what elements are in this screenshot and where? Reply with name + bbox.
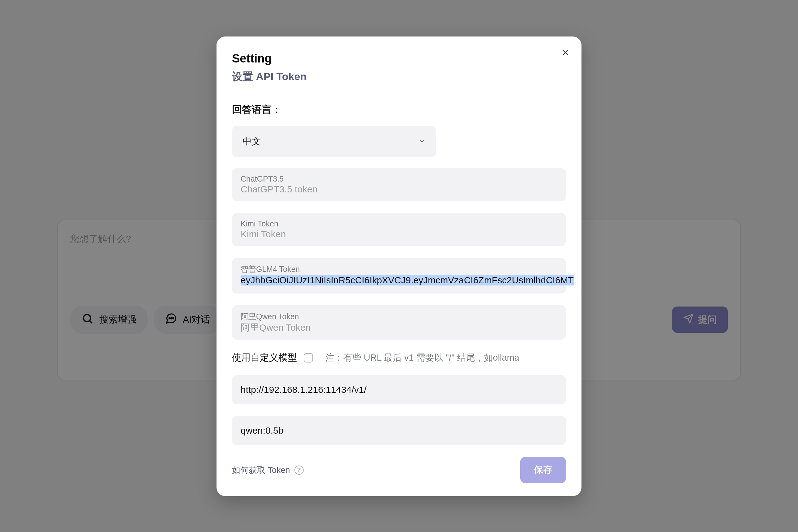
- qwen-token-field[interactable]: 阿里Qwen Token: [232, 305, 566, 340]
- custom-url-input[interactable]: [241, 384, 557, 395]
- field-label: Kimi Token: [241, 219, 557, 228]
- field-label: 阿里Qwen Token: [241, 311, 557, 322]
- modal-subtitle: 设置 API Token: [232, 70, 566, 84]
- save-button[interactable]: 保存: [520, 457, 566, 483]
- qwen-token-input[interactable]: [241, 322, 557, 333]
- custom-model-hint: 注：有些 URL 最后 v1 需要以 "/" 结尾，如ollama: [325, 352, 519, 364]
- help-icon: ?: [294, 466, 304, 475]
- modal-footer: 如何获取 Token ? 保存: [232, 457, 566, 483]
- custom-model-checkbox[interactable]: [304, 353, 313, 362]
- chevron-down-icon: [418, 137, 425, 146]
- glm4-token-field[interactable]: 智普GLM4 Token eyJhbGciOiJIUzI1NiIsInR5cCI…: [232, 258, 566, 293]
- modal-title: Setting: [232, 52, 566, 65]
- field-label: 智普GLM4 Token: [241, 264, 557, 274]
- close-button[interactable]: [561, 48, 570, 58]
- chatgpt-token-input[interactable]: [241, 184, 557, 194]
- custom-model-label: 使用自定义模型: [232, 352, 297, 364]
- custom-url-field[interactable]: [232, 375, 566, 404]
- settings-modal: Setting 设置 API Token 回答语言： 中文 ChatGPT3.5…: [216, 37, 582, 496]
- close-icon: [561, 53, 570, 58]
- custom-model-row: 使用自定义模型 注：有些 URL 最后 v1 需要以 "/" 结尾，如ollam…: [232, 352, 566, 364]
- language-select[interactable]: 中文: [232, 126, 436, 157]
- field-label: ChatGPT3.5: [241, 174, 557, 184]
- help-link-text: 如何获取 Token: [232, 464, 290, 476]
- language-label: 回答语言：: [232, 103, 566, 117]
- chatgpt-token-field[interactable]: ChatGPT3.5: [232, 168, 566, 201]
- modal-overlay[interactable]: Setting 设置 API Token 回答语言： 中文 ChatGPT3.5…: [0, 0, 798, 532]
- kimi-token-field[interactable]: Kimi Token: [232, 213, 566, 246]
- glm4-token-input[interactable]: eyJhbGciOiJIUzI1NiIsInR5cCI6IkpXVCJ9.eyJ…: [241, 275, 574, 285]
- custom-model-name-input[interactable]: [241, 425, 557, 436]
- language-value: 中文: [243, 135, 261, 148]
- how-to-get-token-link[interactable]: 如何获取 Token ?: [232, 464, 304, 476]
- kimi-token-input[interactable]: [241, 229, 557, 240]
- custom-model-name-field[interactable]: [232, 416, 566, 445]
